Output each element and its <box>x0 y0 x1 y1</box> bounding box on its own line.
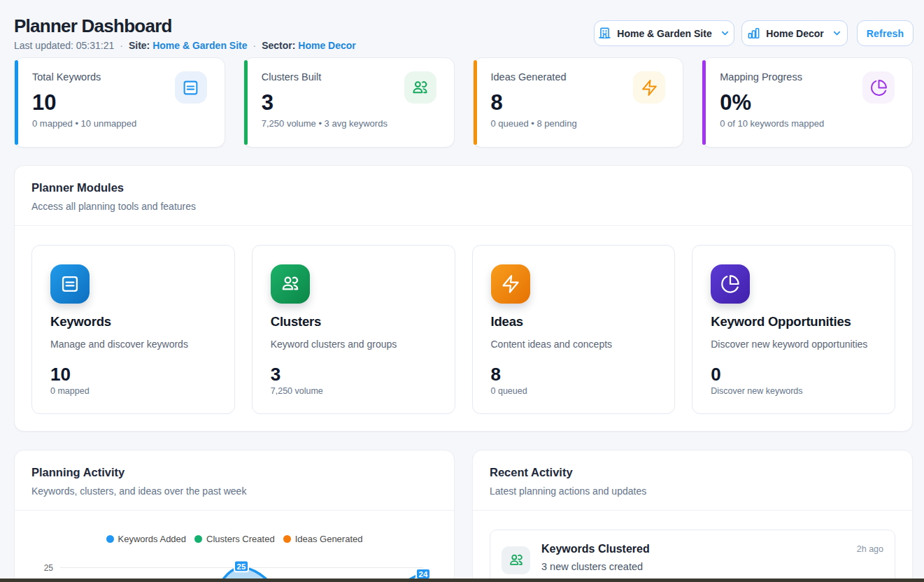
svg-text:24: 24 <box>419 570 428 579</box>
svg-text:25: 25 <box>44 563 54 573</box>
svg-text:25: 25 <box>237 562 246 571</box>
